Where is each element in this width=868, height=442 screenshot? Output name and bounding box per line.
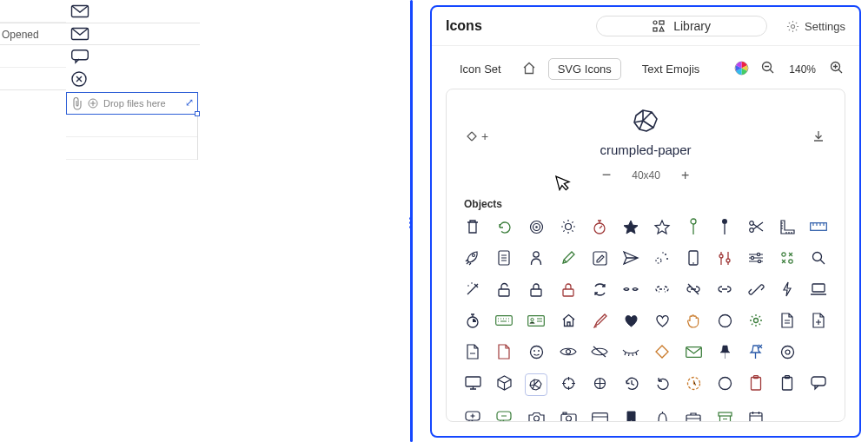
brush-icon[interactable] xyxy=(590,311,609,330)
circle-icon[interactable] xyxy=(715,311,734,330)
ruler-corner-icon[interactable] xyxy=(778,217,797,236)
camera-alt-icon[interactable] xyxy=(559,408,578,422)
insert-button[interactable]: + xyxy=(466,129,488,143)
clipboard-blank-icon[interactable] xyxy=(778,373,797,393)
home-grid-icon[interactable] xyxy=(559,311,578,330)
size-plus[interactable]: + xyxy=(681,168,689,183)
panel-divider[interactable] xyxy=(408,0,414,442)
wand-icon[interactable] xyxy=(463,280,482,299)
chat-minus-icon[interactable] xyxy=(494,408,514,422)
tab-text-emojis[interactable]: Text Emojis xyxy=(633,59,708,79)
bell-icon[interactable] xyxy=(653,408,672,422)
id-card-icon[interactable] xyxy=(527,311,546,330)
chain-icon[interactable] xyxy=(746,280,765,299)
stopwatch-icon[interactable] xyxy=(590,217,609,236)
color-wheel-button[interactable] xyxy=(734,61,749,78)
clock-dashed-icon[interactable] xyxy=(684,373,703,393)
link-dashed-icon[interactable] xyxy=(653,280,672,299)
clipboard-list-icon[interactable] xyxy=(494,248,514,267)
pushpin-icon[interactable] xyxy=(715,342,734,361)
zoom-out-button[interactable] xyxy=(761,61,775,77)
briefcase-icon[interactable] xyxy=(684,408,703,422)
send-icon[interactable] xyxy=(621,248,640,267)
size-minus[interactable]: − xyxy=(602,166,612,184)
ruler-icon[interactable] xyxy=(809,217,828,236)
crosshair-icon[interactable] xyxy=(559,373,578,393)
clipboard-icon[interactable] xyxy=(746,373,765,393)
camera-icon[interactable] xyxy=(527,408,546,422)
sliders-v-icon[interactable] xyxy=(715,248,734,267)
crumpled-paper-icon[interactable] xyxy=(525,373,547,396)
smile-icon[interactable] xyxy=(527,342,546,361)
trash-icon[interactable] xyxy=(463,217,482,236)
sliders-h-icon[interactable] xyxy=(746,248,765,267)
timer-icon[interactable] xyxy=(463,311,482,330)
star-filled-icon[interactable] xyxy=(621,217,640,236)
note-edit-icon[interactable] xyxy=(590,248,609,267)
star-icon[interactable] xyxy=(653,217,672,236)
heart-filled-icon[interactable] xyxy=(621,311,640,330)
eye-off-icon[interactable] xyxy=(590,342,609,361)
doc-icon[interactable] xyxy=(494,342,514,361)
grid-off-icon[interactable] xyxy=(778,248,797,267)
pin-x-icon[interactable] xyxy=(746,342,765,361)
history-icon[interactable] xyxy=(621,373,640,393)
settings-button[interactable]: Settings xyxy=(786,20,845,33)
lock-icon[interactable] xyxy=(527,280,546,299)
svg-rect-41 xyxy=(499,289,509,296)
crosshair-center-icon[interactable] xyxy=(590,373,609,393)
pencil-icon[interactable] xyxy=(559,248,578,267)
panel-header: Icons Library Settings xyxy=(432,7,859,46)
chat-bubble-icon[interactable] xyxy=(809,373,828,393)
library-button[interactable]: Library xyxy=(596,16,767,36)
drop-files-field[interactable]: Drop files here ⤢ xyxy=(66,92,198,115)
sun-icon[interactable] xyxy=(559,217,578,236)
laptop-icon[interactable] xyxy=(809,280,828,299)
doc-plus-icon[interactable] xyxy=(809,311,828,330)
disc-icon[interactable] xyxy=(778,342,797,361)
cube-icon[interactable] xyxy=(494,373,514,393)
tab-icon-set[interactable]: Icon Set xyxy=(451,59,510,79)
circle-outline-icon[interactable] xyxy=(715,373,734,393)
refresh-icon[interactable] xyxy=(590,280,609,299)
keyboard-icon[interactable] xyxy=(494,311,514,330)
home-icon[interactable] xyxy=(522,62,536,77)
heart-icon[interactable] xyxy=(653,311,672,330)
chat-plus-icon[interactable] xyxy=(463,408,482,422)
calendar-icon[interactable] xyxy=(746,408,765,422)
bolt-icon[interactable] xyxy=(778,280,797,299)
gear-green-icon[interactable] xyxy=(746,311,765,330)
monitor-icon[interactable] xyxy=(463,373,482,393)
pin-filled-icon[interactable] xyxy=(715,217,734,236)
resize-handle[interactable] xyxy=(195,111,200,116)
link-off-icon[interactable] xyxy=(684,280,703,299)
mail-grid-icon[interactable] xyxy=(684,342,703,361)
eye-icon[interactable] xyxy=(559,342,578,361)
link-icon[interactable] xyxy=(715,280,734,299)
tab-svg-icons[interactable]: SVG Icons xyxy=(548,58,621,80)
bookmark-icon[interactable] xyxy=(621,408,640,422)
search-icon[interactable] xyxy=(809,248,828,267)
zoom-in-button[interactable] xyxy=(830,61,844,77)
lock-open-icon[interactable] xyxy=(494,280,514,299)
link-broken-icon[interactable] xyxy=(621,280,640,299)
reload-icon[interactable] xyxy=(494,217,514,236)
pin-outline-icon[interactable] xyxy=(684,217,703,236)
person-icon[interactable] xyxy=(527,248,546,267)
rocket-icon[interactable] xyxy=(463,248,482,267)
rotate-ccw-icon[interactable] xyxy=(653,373,672,393)
phone-icon[interactable] xyxy=(684,248,703,267)
archive-icon[interactable] xyxy=(715,408,734,422)
eyelashes-icon[interactable] xyxy=(621,342,640,361)
lock-red-icon[interactable] xyxy=(559,280,578,299)
doc-lines-icon[interactable] xyxy=(778,311,797,330)
download-button[interactable] xyxy=(812,129,825,143)
doc-minus-icon[interactable] xyxy=(463,342,482,361)
sparkle-icon[interactable] xyxy=(653,248,672,267)
target-icon[interactable] xyxy=(527,217,546,236)
expand-icon[interactable]: ⤢ xyxy=(185,96,194,109)
diamond-icon[interactable] xyxy=(653,342,672,361)
hand-icon[interactable] xyxy=(684,311,703,330)
card-icon[interactable] xyxy=(590,408,609,422)
scissors-icon[interactable] xyxy=(746,217,765,236)
